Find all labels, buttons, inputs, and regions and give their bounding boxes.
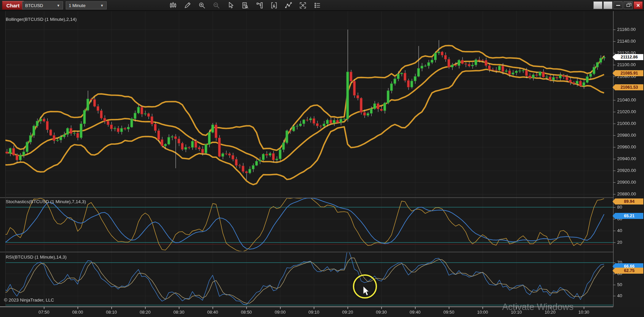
time-axis-label: 08:10 — [106, 310, 117, 315]
y-axis-tick-label: 20980.00 — [617, 133, 636, 138]
y-axis-tick-label: 40 — [617, 228, 622, 233]
y-axis-tick-label: 20940.00 — [617, 156, 636, 161]
time-axis-label: 07:50 — [39, 310, 50, 315]
price-tag-rsi-avg: 62.75 — [615, 268, 643, 274]
tag-pointer — [612, 198, 615, 205]
close-button[interactable]: ✕ — [634, 1, 643, 9]
bar-chart-brackets-icon — [270, 2, 278, 9]
pencil-icon — [184, 2, 191, 9]
time-axis-label: 09:30 — [376, 310, 387, 315]
restore-button[interactable] — [624, 1, 633, 9]
price-tag-last-price: 21112.86 — [615, 54, 643, 60]
strategies-button[interactable] — [297, 1, 309, 10]
draw-button[interactable] — [181, 1, 193, 10]
toolbar-icons — [167, 1, 323, 10]
tag-pointer — [612, 213, 615, 219]
price-tag-stoch-d: 65.21 — [615, 213, 643, 219]
time-axis-label: 08:40 — [207, 310, 218, 315]
data-series-button[interactable] — [239, 1, 251, 10]
y-axis-tick-label: 20880.00 — [617, 191, 636, 196]
tag-pointer — [612, 268, 615, 274]
time-axis-label: 10:00 — [477, 310, 488, 315]
y-axis-tick-label: 20 — [617, 240, 622, 245]
y-axis-tick-label: 21020.00 — [617, 109, 636, 114]
cursor-arrow-icon — [227, 2, 234, 9]
y-axis-tick-label: 21140.00 — [617, 39, 636, 44]
connector-icon — [256, 2, 263, 9]
close-icon: ✕ — [636, 3, 640, 8]
y-axis-tick-label: 50 — [617, 282, 622, 287]
chart-canvas[interactable] — [0, 0, 644, 317]
chart-style-button[interactable] — [167, 1, 179, 10]
tag-pointer — [612, 84, 615, 90]
window-controls: ✕ — [593, 1, 643, 9]
zigzag-nodes-icon — [285, 2, 292, 9]
tag-pointer — [612, 54, 615, 60]
time-axis-label: 08:50 — [241, 310, 252, 315]
minimize-icon — [616, 5, 620, 6]
window-button-blank-2[interactable] — [603, 1, 612, 9]
indicators-button[interactable] — [268, 1, 280, 10]
y-axis-tick-label: 40 — [617, 293, 622, 298]
indicator-label-bollinger: Bollinger(BTCUSD (1 Minute),2,14) — [6, 17, 77, 22]
time-axis-label: 08:20 — [140, 310, 151, 315]
time-axis-label: 09:20 — [342, 310, 353, 315]
strategy-icon — [299, 2, 307, 9]
window-title: Chart — [2, 1, 24, 10]
candlestick-icon — [169, 2, 177, 9]
properties-button[interactable] — [311, 1, 323, 10]
price-tag-stoch-k: 89.94 — [615, 198, 643, 205]
ninjatrader-chart-window: Bollinger(BTCUSD (1 Minute),2,14) Stocha… — [0, 0, 644, 317]
time-axis-label: 08:00 — [72, 310, 83, 315]
price-tag-bb-lower: 21061.53 — [615, 84, 643, 90]
interval-select[interactable]: 1 Minute ▼ — [66, 1, 107, 9]
draw-tools-button[interactable] — [282, 1, 294, 10]
y-axis-tick-label: 80 — [617, 205, 622, 210]
instrument-value: BTCUSD — [25, 3, 43, 8]
restore-icon — [627, 4, 630, 7]
zoom-out-icon — [213, 2, 220, 9]
pointer-button[interactable] — [225, 1, 236, 10]
interval-value: 1 Minute — [69, 3, 86, 8]
time-axis-label: 10:10 — [511, 310, 522, 315]
indicator-label-stochastics: Stochastics(BTCUSD (1 Minute),7,14,3) — [6, 199, 86, 204]
time-axis-label: 10:30 — [578, 310, 589, 315]
time-axis-label: 09:00 — [275, 310, 286, 315]
time-axis-label: 08:30 — [173, 310, 184, 315]
mouse-cursor-icon — [363, 286, 371, 296]
y-axis-tick-label: 20960.00 — [617, 144, 636, 149]
copyright-text: © 2023 NinjaTrader, LLC — [4, 298, 54, 303]
chevron-down-icon: ▼ — [97, 4, 104, 7]
time-axis-label: 09:40 — [410, 310, 421, 315]
tag-pointer — [612, 70, 615, 76]
y-axis-tick-label: 20920.00 — [617, 168, 636, 173]
list-icon — [314, 2, 321, 9]
y-axis-tick-label: 21040.00 — [617, 97, 636, 102]
time-axis-label: 10:20 — [545, 310, 556, 315]
indicator-label-rsi: RSI(BTCUSD (1 Minute),14,3) — [6, 255, 67, 260]
zoom-out-button[interactable] — [210, 1, 222, 10]
y-axis-tick-label: 21160.00 — [617, 27, 636, 32]
time-axis-label: 09:10 — [309, 310, 320, 315]
object-explorer-button[interactable] — [254, 1, 265, 10]
minimize-button[interactable] — [613, 1, 623, 9]
price-tag-bb-upper: 21085.91 — [615, 70, 643, 76]
toolbar: Chart BTCUSD ▼ 1 Minute ▼ ✕ — [0, 0, 644, 11]
y-axis-tick-label: 21100.00 — [617, 62, 636, 67]
zoom-in-icon — [198, 2, 206, 9]
zoom-in-button[interactable] — [196, 1, 208, 10]
y-axis-tick-label: 20900.00 — [617, 180, 636, 185]
window-button-blank-1[interactable] — [593, 1, 602, 9]
time-axis-label: 09:50 — [443, 310, 454, 315]
instrument-select[interactable]: BTCUSD ▼ — [22, 1, 63, 9]
document-search-icon — [241, 2, 249, 9]
chevron-down-icon: ▼ — [53, 4, 60, 7]
y-axis-tick-label: 21000.00 — [617, 121, 636, 126]
